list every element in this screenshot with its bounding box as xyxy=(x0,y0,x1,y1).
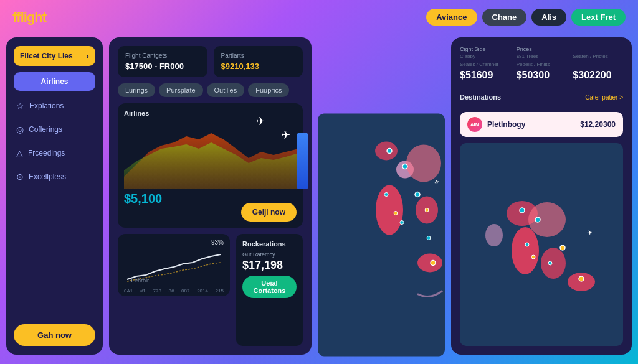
svg-rect-18 xyxy=(460,176,623,313)
chevron-right-icon: › xyxy=(86,51,89,61)
metric-col2-sub2: Pedells / Finilts xyxy=(517,62,567,67)
svg-point-24 xyxy=(485,224,503,246)
right-map-svg: ✈ xyxy=(460,143,623,346)
map-area: ✈ xyxy=(318,112,445,358)
metrics-row: Cight Side Clabbу Seales / Cramner $5160… xyxy=(460,46,623,81)
x-label-1: 0A1 xyxy=(124,288,133,294)
sidebar-item-label: Coflerings xyxy=(29,125,62,134)
sidebar-item-label: Excellpless xyxy=(29,172,66,181)
x-label-4: 3# xyxy=(169,288,174,294)
nav-buttons: Aviance Chane Alis Lext Fret xyxy=(426,9,626,26)
stat-cantgets-label: Flight Cantgets xyxy=(125,52,200,59)
nav-btn-alis[interactable]: Alis xyxy=(531,9,566,26)
svg-point-22 xyxy=(541,248,566,279)
destination-name: Pletlnbogy xyxy=(487,120,525,129)
metric-col3-label xyxy=(573,46,623,52)
svg-point-10 xyxy=(384,193,388,197)
target-icon: ⊙ xyxy=(16,172,24,182)
sidebar-item-excellpless[interactable]: ⊙ Excellpless xyxy=(14,168,95,185)
svg-point-30 xyxy=(560,245,565,250)
svg-point-26 xyxy=(535,217,540,222)
nav-btn-lext[interactable]: Lext Fret xyxy=(571,9,626,26)
svg-point-27 xyxy=(525,243,529,246)
metric-col3: Seaten / Prictes $302200 xyxy=(573,46,623,81)
stat-box-cantgets: Flight Cantgets $17500 - FR000 xyxy=(118,46,207,77)
right-panel: Cight Side Clabbу Seales / Cramner $5160… xyxy=(451,37,632,355)
world-map-svg: ✈ xyxy=(318,112,445,358)
stat-box-partiarts: Partiarts $9210,133 xyxy=(214,46,303,77)
stat-partiarts-label: Partiarts xyxy=(221,52,296,59)
sidebar-item-frceedings[interactable]: △ Frceedings xyxy=(14,144,95,162)
svg-point-12 xyxy=(400,221,404,225)
rock-title: Rockerations xyxy=(242,240,297,248)
svg-point-8 xyxy=(387,149,392,154)
svg-point-7 xyxy=(417,254,442,273)
top-nav: fflight Aviance Chane Alis Lext Fret xyxy=(0,0,638,34)
sidebar-airlines-btn[interactable]: Airlines xyxy=(14,72,95,91)
destinations-title: Destinations xyxy=(460,93,501,101)
x-label-3: 773 xyxy=(153,288,161,294)
dest-left: AIM Pletlnbogy xyxy=(467,117,525,132)
svg-point-31 xyxy=(579,276,584,281)
svg-point-23 xyxy=(568,273,595,291)
sidebar-item-label: Explatіons xyxy=(29,101,64,110)
x-label-7: 215 xyxy=(216,288,224,294)
svg-point-3 xyxy=(376,185,403,235)
metric-col1-sub1: Clabbу xyxy=(460,54,510,59)
plane-icon-2: ✈ xyxy=(281,128,290,142)
stat-partiarts-value: $9210,133 xyxy=(221,62,296,71)
circle-icon: ◎ xyxy=(16,124,24,134)
metric-col1-sub2: Seales / Cramner xyxy=(460,62,510,67)
metric-col1-value: $51609 xyxy=(460,70,510,81)
rock-sublabel: Gut Ratemcy xyxy=(242,251,297,258)
nav-btn-chane[interactable]: Chane xyxy=(482,9,527,26)
main-panel: Flight Cantgets $17500 - FR000 Partiarts… xyxy=(109,37,312,355)
destinations-link[interactable]: Cafer patier > xyxy=(585,94,623,101)
filter-pursplate[interactable]: Pursplate xyxy=(159,83,202,97)
right-map-area: ✈ xyxy=(460,143,623,346)
nav-btn-aviance[interactable]: Aviance xyxy=(426,9,477,26)
svg-point-13 xyxy=(415,192,420,197)
stat-cantgets-value: $17500 - FR000 xyxy=(125,62,200,71)
svg-point-28 xyxy=(531,255,535,259)
svg-point-15 xyxy=(431,261,436,266)
filter-lurings[interactable]: Lurings xyxy=(118,83,155,97)
star-icon: ☆ xyxy=(16,101,24,111)
sidebar-item-explorations[interactable]: ☆ Explatіons xyxy=(14,97,95,114)
rock-value: $17,198 xyxy=(242,259,297,272)
sidebar: Filcet City Lies › Airlines ☆ Explatіons… xyxy=(6,37,103,355)
rockerations-box: Rockerations Gut Ratemcy $17,198 Ueial C… xyxy=(236,234,303,346)
destinations-header: Destinations Cafer patier > xyxy=(460,93,623,101)
stats-row: Flight Cantgets $17500 - FR000 Partiarts… xyxy=(118,46,303,77)
small-chart-area: 93% — Fehroir 0A1 #1 773 3# 087 2014 215 xyxy=(118,234,230,296)
svg-point-5 xyxy=(406,145,441,182)
svg-point-2 xyxy=(375,142,398,161)
app-logo: fflight xyxy=(12,9,46,26)
sidebar-bottom: Gah now xyxy=(14,324,95,346)
filter-fuuprics[interactable]: Fuuprіcs xyxy=(248,83,289,97)
destination-price: $12,20300 xyxy=(580,120,616,129)
svg-point-20 xyxy=(512,227,539,274)
filter-outilies[interactable]: Outilies xyxy=(207,83,245,97)
rock-cta-button[interactable]: Ueial Cortatons xyxy=(242,276,297,298)
svg-point-21 xyxy=(528,202,566,237)
sidebar-search[interactable]: Filcet City Lies › xyxy=(14,46,95,66)
plane-icon-1: ✈ xyxy=(256,114,265,128)
book-now-button[interactable]: Gelji now xyxy=(241,203,297,222)
sidebar-item-coflerings[interactable]: ◎ Coflerings xyxy=(14,121,95,138)
chart-percent: 93% xyxy=(211,239,224,246)
destination-item[interactable]: AIM Pletlnbogy $12,20300 xyxy=(460,112,623,137)
svg-point-25 xyxy=(520,208,525,213)
metric-col3-sub1: Seaten / Prictes xyxy=(573,54,623,59)
chart-airlines-title: Airlines xyxy=(124,110,297,117)
main-chart-area: Airlines ✈ ✈ xyxy=(118,103,303,228)
metric-col1-label: Cight Side xyxy=(460,46,510,52)
bottom-row: 93% — Fehroir 0A1 #1 773 3# 087 2014 215… xyxy=(118,234,303,346)
metric-cight-side: Cight Side Clabbу Seales / Cramner $5160… xyxy=(460,46,510,81)
gah-now-button[interactable]: Gah now xyxy=(14,324,95,346)
metric-col2-label: Prices xyxy=(517,46,567,52)
svg-point-16 xyxy=(427,236,431,240)
svg-point-9 xyxy=(402,164,407,169)
metric-col3-value: $302200 xyxy=(573,70,623,81)
triangle-icon: △ xyxy=(16,148,23,158)
